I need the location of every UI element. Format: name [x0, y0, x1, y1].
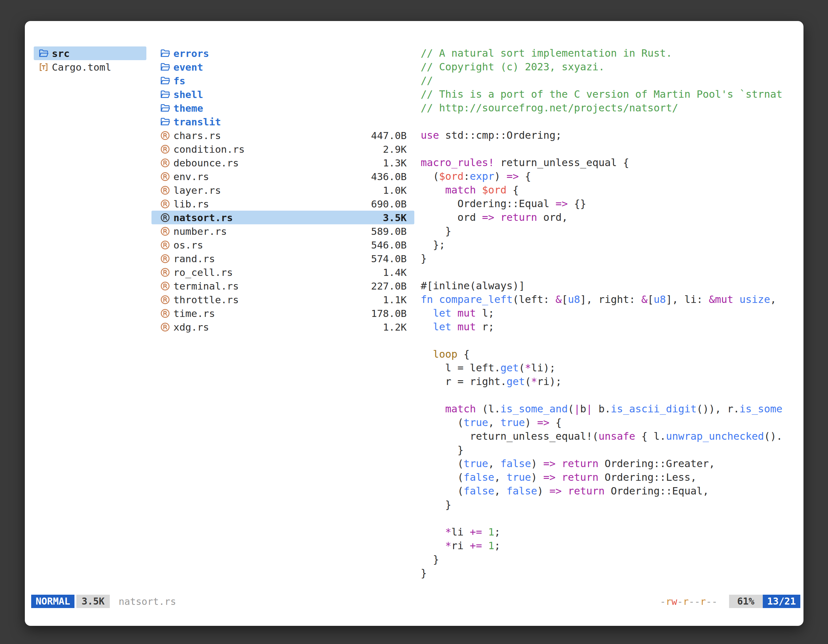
file-row[interactable]: natsort.rs3.5K: [152, 211, 414, 224]
code-line: [421, 512, 797, 525]
code-line: (false, false) => return Ordering::Equal…: [421, 484, 797, 498]
rust-file-icon: [160, 212, 171, 223]
code-line: }: [421, 553, 797, 566]
file-name: event: [173, 61, 203, 73]
file-size: 546.0B: [371, 239, 407, 251]
code-line: #[inline(always)]: [421, 279, 797, 293]
code-line: Ordering::Equal => {}: [421, 197, 797, 211]
file-name: xdg.rs: [173, 321, 209, 333]
code-line: (false, true) => return Ordering::Less,: [421, 471, 797, 484]
folder-icon: [160, 48, 171, 59]
file-row[interactable]: src: [34, 47, 146, 60]
file-row[interactable]: os.rs546.0B: [152, 238, 414, 252]
rust-file-icon: [160, 158, 171, 168]
code-line: return_unless_equal!(unsafe { l.unwrap_u…: [421, 429, 797, 443]
rust-file-icon: [160, 185, 171, 196]
file-name: lib.rs: [173, 198, 209, 210]
file-size: 574.0B: [371, 253, 407, 265]
file-row[interactable]: chars.rs447.0B: [152, 128, 414, 142]
code-line: }: [421, 498, 797, 512]
file-size: 1.0K: [383, 185, 407, 196]
code-line: macro_rules! return_unless_equal {: [421, 156, 797, 169]
code-line: // Copyright (c) 2023, sxyazi.: [421, 60, 797, 74]
rust-file-icon: [160, 280, 171, 291]
file-row[interactable]: number.rs589.0B: [152, 224, 414, 238]
rust-file-icon: [160, 253, 171, 264]
file-row[interactable]: lib.rs690.0B: [152, 197, 414, 211]
folder-icon: [160, 89, 171, 100]
file-name: theme: [173, 102, 203, 114]
file-name: os.rs: [173, 239, 203, 251]
rust-file-icon: [160, 322, 171, 332]
scroll-percentage: 61%: [729, 595, 763, 608]
file-name: chars.rs: [173, 130, 221, 141]
file-row[interactable]: debounce.rs1.3K: [152, 156, 414, 169]
file-row[interactable]: theme: [152, 101, 414, 115]
rust-file-icon: [160, 226, 171, 237]
code-line: [421, 389, 797, 402]
code-line: // This is a port of the C version of Ma…: [421, 88, 797, 101]
file-size: 178.0B: [371, 308, 407, 319]
folder-icon: [160, 116, 171, 127]
file-preview-pane: // A natural sort implementation in Rust…: [421, 47, 797, 606]
code-line: (true, false) => return Ordering::Greate…: [421, 457, 797, 471]
code-line: [421, 115, 797, 128]
file-row[interactable]: throttle.rs1.1K: [152, 293, 414, 306]
code-line: ($ord:expr) => {: [421, 169, 797, 183]
code-line: match (l.is_some_and(|b| b.is_ascii_digi…: [421, 402, 797, 416]
file-row[interactable]: terminal.rs227.0B: [152, 279, 414, 293]
code-line: let mut l;: [421, 306, 797, 320]
code-line: loop {: [421, 348, 797, 361]
parent-directory-pane: srcCargo.toml: [34, 47, 146, 74]
rust-file-icon: [160, 144, 171, 155]
file-row[interactable]: condition.rs2.9K: [152, 142, 414, 156]
file-name: natsort.rs: [173, 212, 233, 223]
rust-file-icon: [160, 199, 171, 209]
file-size: 1.1K: [383, 294, 407, 306]
file-row[interactable]: ro_cell.rs1.4K: [152, 265, 414, 279]
code-line: l = left.get(*li);: [421, 361, 797, 375]
file-size: 3.5K: [383, 212, 407, 223]
file-row[interactable]: shell: [152, 88, 414, 101]
file-name: env.rs: [173, 171, 209, 182]
file-row[interactable]: time.rs178.0B: [152, 306, 414, 320]
file-size: 690.0B: [371, 198, 407, 210]
file-size: 227.0B: [371, 280, 407, 292]
file-name: ro_cell.rs: [173, 266, 233, 278]
code-line: };: [421, 238, 797, 252]
file-row[interactable]: errors: [152, 47, 414, 60]
file-row[interactable]: xdg.rs1.2K: [152, 320, 414, 334]
code-line: [421, 142, 797, 156]
cursor-position: 13/21: [763, 595, 800, 608]
file-size: 589.0B: [371, 226, 407, 237]
rust-file-icon: [160, 294, 171, 305]
yazi-file-manager-window: srcCargo.toml errorseventfsshellthemetra…: [25, 21, 803, 626]
file-row[interactable]: env.rs436.0B: [152, 169, 414, 183]
rust-file-icon: [160, 308, 171, 319]
file-name: Cargo.toml: [52, 61, 111, 73]
code-line: }: [421, 252, 797, 265]
file-row[interactable]: layer.rs1.0K: [152, 183, 414, 197]
folder-icon: [160, 75, 171, 86]
file-row[interactable]: Cargo.toml: [34, 60, 146, 74]
file-row[interactable]: fs: [152, 74, 414, 88]
file-size: 1.4K: [383, 266, 407, 278]
file-row[interactable]: rand.rs574.0B: [152, 252, 414, 265]
code-line: }: [421, 224, 797, 238]
file-name: throttle.rs: [173, 294, 239, 306]
file-name: src: [52, 48, 70, 59]
code-line: [421, 334, 797, 348]
file-name: condition.rs: [173, 144, 245, 155]
file-row[interactable]: event: [152, 60, 414, 74]
rust-file-icon: [160, 171, 171, 182]
file-name: debounce.rs: [173, 157, 239, 169]
rust-file-icon: [160, 130, 171, 141]
code-line: // http://sourcefrog.net/projects/natsor…: [421, 101, 797, 115]
file-name: time.rs: [173, 308, 215, 319]
file-row[interactable]: translit: [152, 115, 414, 128]
folder-icon: [160, 103, 171, 114]
code-line: fn compare_left(left: &[u8], right: &[u8…: [421, 293, 797, 306]
file-size: 1.2K: [383, 321, 407, 333]
code-line: r = right.get(*ri);: [421, 375, 797, 389]
code-line: (true, true) => {: [421, 416, 797, 429]
